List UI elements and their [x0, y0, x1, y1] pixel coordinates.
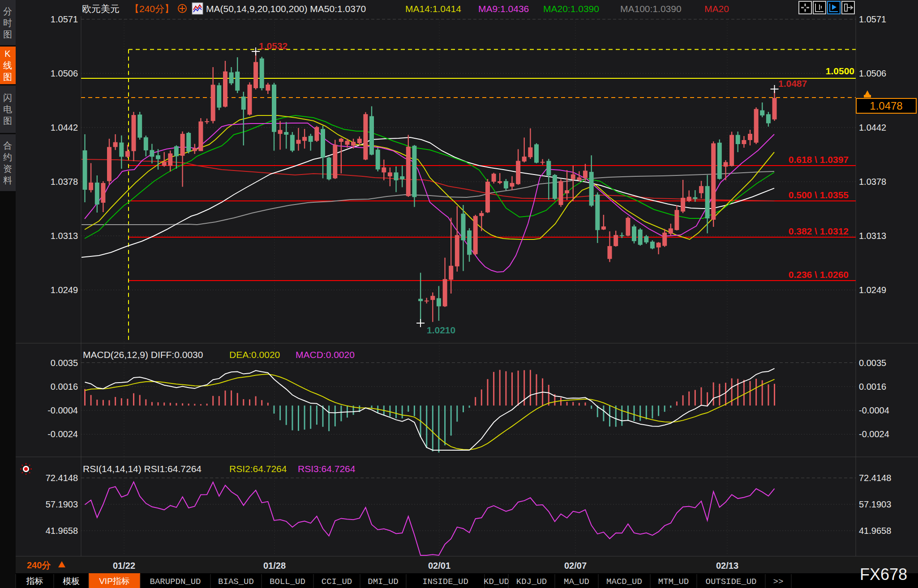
svg-text:41.9658: 41.9658 [859, 526, 891, 536]
svg-text:KDJ_UD: KDJ_UD [516, 577, 547, 587]
svg-text:0.382 \ 1.0312: 0.382 \ 1.0312 [789, 226, 849, 236]
svg-text:-0.0024: -0.0024 [47, 429, 78, 439]
svg-text:RSI(14,14,14) RSI1:64.7264: RSI(14,14,14) RSI1:64.7264 [83, 464, 202, 474]
svg-text:1.0506: 1.0506 [859, 68, 886, 78]
svg-text:0.0016: 0.0016 [51, 382, 78, 392]
svg-text:57.1903: 57.1903 [46, 499, 78, 509]
svg-text:1.0571: 1.0571 [51, 14, 78, 24]
svg-text:1.0571: 1.0571 [859, 14, 886, 24]
svg-text:DMI_UD: DMI_UD [368, 577, 398, 587]
svg-text:0.236 \ 1.0260: 0.236 \ 1.0260 [789, 269, 849, 280]
svg-text:MTM_UD: MTM_UD [658, 577, 689, 587]
svg-text:1.0487: 1.0487 [778, 78, 807, 89]
svg-text:闪: 闪 [3, 93, 12, 102]
svg-text:合: 合 [3, 141, 12, 150]
svg-text:MA20:1.0390: MA20:1.0390 [543, 4, 599, 14]
svg-text:MA20: MA20 [704, 4, 729, 14]
svg-text:0.0035: 0.0035 [859, 358, 886, 368]
svg-text:01/28: 01/28 [263, 561, 286, 571]
svg-text:MA_UD: MA_UD [564, 577, 589, 587]
svg-text:MACD:0.0020: MACD:0.0020 [296, 349, 355, 360]
svg-text:1.0442: 1.0442 [51, 123, 78, 132]
svg-text:MA100:1.0390: MA100:1.0390 [620, 4, 682, 14]
svg-text:MACD_UD: MACD_UD [606, 577, 642, 587]
svg-text:1.0442: 1.0442 [859, 123, 886, 132]
svg-text:OUTSIDE_UD: OUTSIDE_UD [705, 577, 756, 587]
svg-text:1.0313: 1.0313 [51, 231, 78, 241]
svg-text:01/22: 01/22 [113, 561, 135, 571]
svg-text:1.0506: 1.0506 [51, 68, 78, 78]
svg-text:图: 图 [3, 72, 12, 82]
svg-text:1.0249: 1.0249 [859, 285, 886, 295]
svg-text:图: 图 [3, 116, 12, 126]
svg-text:>>: >> [773, 577, 784, 587]
svg-text:57.1903: 57.1903 [859, 499, 891, 509]
svg-text:BARUPDN_UD: BARUPDN_UD [150, 577, 201, 587]
svg-text:1.0210: 1.0210 [427, 325, 455, 335]
svg-text:1.0378: 1.0378 [51, 177, 78, 187]
svg-text:MA(50,14,9,20,100,200) MA50:1: MA(50,14,9,20,100,200) MA50:1.0370 [206, 4, 366, 14]
svg-text:BIAS_UD: BIAS_UD [218, 577, 254, 587]
svg-text:02/13: 02/13 [716, 561, 738, 571]
svg-text:-0.0024: -0.0024 [859, 429, 889, 439]
svg-text:72.4148: 72.4148 [46, 473, 78, 483]
svg-text:0.0016: 0.0016 [859, 382, 886, 392]
svg-text:模板: 模板 [63, 576, 80, 586]
svg-text:MA9:1.0436: MA9:1.0436 [478, 4, 529, 14]
svg-text:资: 资 [3, 164, 12, 174]
svg-text:0.500 \ 1.0355: 0.500 \ 1.0355 [789, 190, 849, 200]
svg-text:0.0035: 0.0035 [51, 358, 78, 368]
svg-text:FX678: FX678 [860, 565, 907, 584]
svg-text:41.9658: 41.9658 [46, 526, 78, 536]
svg-text:约: 约 [3, 152, 12, 162]
svg-text:线: 线 [3, 60, 12, 70]
svg-text:1.0500: 1.0500 [826, 66, 854, 76]
svg-text:KD_UD: KD_UD [484, 577, 509, 587]
svg-text:时: 时 [3, 18, 12, 28]
svg-text:1.0378: 1.0378 [859, 177, 886, 187]
svg-text:02/07: 02/07 [564, 561, 587, 571]
svg-text:02/01: 02/01 [428, 561, 450, 571]
svg-text:欧元美元: 欧元美元 [82, 4, 120, 14]
svg-text:MA14:1.0414: MA14:1.0414 [405, 4, 461, 14]
svg-text:-0.0004: -0.0004 [47, 405, 78, 415]
svg-text:1.0313: 1.0313 [859, 231, 886, 241]
svg-text:240分: 240分 [27, 560, 51, 570]
svg-text:图: 图 [3, 30, 12, 39]
svg-text:-0.0004: -0.0004 [859, 405, 889, 415]
svg-text:0.618 \ 1.0397: 0.618 \ 1.0397 [789, 154, 849, 165]
svg-text:电: 电 [3, 104, 12, 114]
svg-text:1.0532: 1.0532 [259, 41, 287, 51]
svg-text:分: 分 [3, 6, 12, 16]
svg-text:K: K [4, 49, 11, 59]
svg-text:CCI_UD: CCI_UD [322, 577, 352, 587]
svg-text:1.0478: 1.0478 [870, 100, 902, 112]
svg-text:INSIDE_UD: INSIDE_UD [422, 577, 468, 587]
svg-text:RSI3:64.7264: RSI3:64.7264 [298, 464, 356, 474]
svg-text:【240分】: 【240分】 [130, 4, 174, 14]
svg-text:72.4148: 72.4148 [859, 473, 891, 483]
svg-text:VIP指标: VIP指标 [99, 576, 130, 586]
svg-text:指标: 指标 [26, 576, 43, 586]
svg-text:料: 料 [3, 175, 12, 185]
svg-text:BOLL_UD: BOLL_UD [270, 577, 305, 587]
svg-text:DEA:0.0020: DEA:0.0020 [229, 349, 280, 360]
svg-text:RSI2:64.7264: RSI2:64.7264 [229, 464, 287, 474]
svg-text:MACD(26,12,9) DIFF:0.0030: MACD(26,12,9) DIFF:0.0030 [83, 349, 203, 360]
svg-text:1.0249: 1.0249 [51, 285, 78, 295]
